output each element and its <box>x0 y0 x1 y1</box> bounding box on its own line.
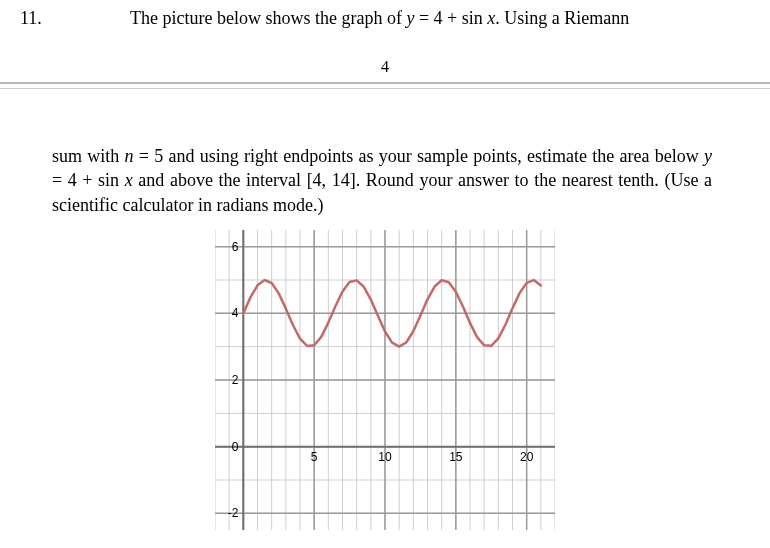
question-number: 11. <box>20 8 42 29</box>
chart-svg: -202465101520 <box>215 230 555 530</box>
svg-text:20: 20 <box>520 450 534 464</box>
svg-text:5: 5 <box>311 450 318 464</box>
svg-text:0: 0 <box>232 440 239 454</box>
intro-text: The picture below shows the graph of y =… <box>130 8 629 29</box>
page: 11. The picture below shows the graph of… <box>0 0 770 548</box>
section-divider-top <box>0 82 770 84</box>
svg-text:2: 2 <box>232 373 239 387</box>
chart: -202465101520 <box>215 230 555 530</box>
page-number: 4 <box>0 58 770 76</box>
svg-text:4: 4 <box>232 306 239 320</box>
svg-text:6: 6 <box>232 240 239 254</box>
svg-text:15: 15 <box>449 450 463 464</box>
svg-text:10: 10 <box>378 450 392 464</box>
problem-body-text: sum with n = 5 and using right endpoints… <box>52 144 712 217</box>
section-divider-bottom <box>0 88 770 89</box>
svg-text:-2: -2 <box>228 506 239 520</box>
